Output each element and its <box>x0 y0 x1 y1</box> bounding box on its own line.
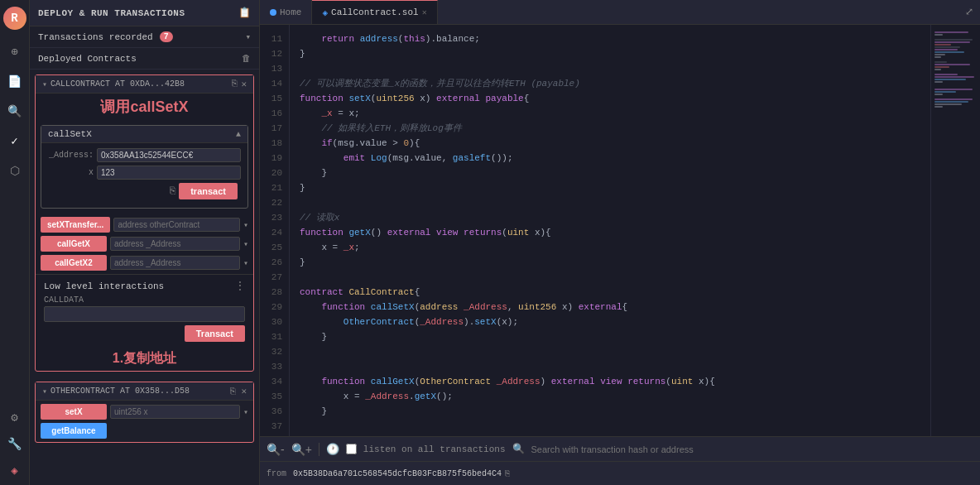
tab-expand-icon[interactable]: ⤢ <box>958 6 980 18</box>
deployed-trash-icon[interactable]: 🗑 <box>242 53 251 64</box>
calldata-input[interactable] <box>44 306 245 322</box>
setx-button[interactable]: setX <box>41 404 107 420</box>
code-line-15: function setX(uint256 x) external payabl… <box>300 91 920 106</box>
callgetx2-chevron[interactable]: ▾ <box>243 258 248 268</box>
tab-file-icon: ◈ <box>322 7 328 18</box>
tabs-bar: Home ◈ CallContract.sol ✕ ⤢ <box>260 0 980 25</box>
setx-input[interactable] <box>110 405 240 419</box>
callsetx-chevron[interactable]: ▲ <box>236 130 241 139</box>
panel-icon-doc[interactable]: 📋 <box>238 7 251 19</box>
mini-line-13 <box>934 61 947 63</box>
code-content[interactable]: return address(this).balance; } // 可以调整状… <box>290 25 930 436</box>
mini-line-21 <box>934 81 943 83</box>
low-level-section: Low level interactions ⋮ CALLDATA Transa… <box>36 274 253 347</box>
callcontract-chevron[interactable]: ▾ <box>42 79 47 89</box>
home-dot <box>270 9 276 16</box>
callcontract-copy-icon[interactable]: ⎘ <box>232 79 238 89</box>
callcontract-close-icon[interactable]: ✕ <box>241 79 247 89</box>
transactions-recorded-row[interactable]: Transactions recorded 7 ▾ <box>30 26 259 48</box>
transact-row: ⎘ transact <box>48 183 241 203</box>
tab-home-label: Home <box>280 7 301 17</box>
mini-line-10 <box>934 54 945 55</box>
othercontract-chevron[interactable]: ▾ <box>42 387 47 396</box>
transact-button[interactable]: transact <box>179 183 238 199</box>
tab-close-icon[interactable]: ✕ <box>422 7 427 17</box>
copy-icon[interactable]: ⎘ <box>170 185 175 197</box>
settransfer-chevron[interactable]: ▾ <box>243 220 248 230</box>
callcontract-block: ▾ CALLCONTRACT AT 0XDA...42B8 ⎘ ✕ 调用call… <box>35 74 254 372</box>
app-logo: R <box>3 7 26 30</box>
othercontract-name: OTHERCONTRACT AT 0X358...D58 <box>50 387 223 396</box>
code-line-27 <box>300 270 920 285</box>
bottom-bar: 🔍- 🔍+ 🕐 listen on all transactions 🔍 fro… <box>260 436 980 485</box>
code-line-25: x = _x; <box>300 240 920 255</box>
mini-line-7 <box>934 46 960 48</box>
mini-line-15 <box>934 66 949 68</box>
sidebar-icon-remix[interactable]: ◈ <box>7 462 23 478</box>
settransfer-input[interactable] <box>113 218 240 232</box>
callgetx2-button[interactable]: callGetX2 <box>41 255 107 271</box>
code-line-14: // 可以调整状态变量_x的函数，并且可以往合约转ETH (payable) <box>300 76 920 91</box>
callcontract-name: CALLCONTRACT AT 0XDA...42B8 <box>50 79 232 89</box>
sidebar-icon-verify[interactable]: ✓ <box>7 132 23 149</box>
transactions-chevron[interactable]: ▾ <box>245 31 251 42</box>
mini-line-1 <box>934 31 968 33</box>
setx-chevron[interactable]: ▾ <box>243 407 248 417</box>
sidebar-icon-git[interactable]: ⬡ <box>7 162 23 179</box>
minimap <box>930 25 980 436</box>
code-line-29: function callSetX(address _Address, uint… <box>300 300 920 315</box>
zoom-in-button[interactable]: 🔍+ <box>291 443 312 456</box>
x-input[interactable] <box>97 166 241 180</box>
callgetx-chevron[interactable]: ▾ <box>243 239 248 249</box>
transactions-badge: 7 <box>160 31 173 42</box>
mini-line-30 <box>934 103 962 105</box>
history-icon[interactable]: 🕐 <box>326 443 339 456</box>
zoom-out-button[interactable]: 🔍- <box>267 443 285 456</box>
code-line-11: return address(this).balance; <box>300 31 920 46</box>
address-input-row: _Address: <box>48 148 241 162</box>
address-input[interactable] <box>97 148 241 162</box>
sidebar-icon-deploy[interactable]: ⊕ <box>7 43 23 60</box>
callcontract-annotation: 调用callSetX <box>36 94 253 120</box>
code-line-16: _x = x; <box>300 106 920 121</box>
othercontract-close-icon[interactable]: ✕ <box>241 386 247 396</box>
callsetx-name: callSetX <box>48 129 92 139</box>
callsetx-body: _Address: x ⎘ transact <box>41 143 247 208</box>
mini-line-6 <box>934 44 951 46</box>
low-level-header: Low level interactions ⋮ <box>44 280 245 292</box>
othercontract-copy-icon[interactable]: ⎘ <box>230 387 236 396</box>
sidebar-icon-files[interactable]: 📄 <box>7 73 23 89</box>
getbalance-button[interactable]: getBalance <box>41 423 107 439</box>
code-line-35: x = _Address.getX(); <box>300 389 920 404</box>
tab-home[interactable]: Home <box>260 0 312 24</box>
search-icon: 🔍 <box>512 443 525 455</box>
sidebar-icon-info[interactable]: 🔧 <box>7 435 23 452</box>
from-copy-icon[interactable]: ⎘ <box>505 469 510 478</box>
tab-callcontract[interactable]: ◈ CallContract.sol ✕ <box>312 0 437 24</box>
mini-line-16 <box>934 69 941 70</box>
bottom-toolbar: 🔍- 🔍+ 🕐 listen on all transactions 🔍 <box>260 437 980 462</box>
mini-line-24 <box>934 89 973 90</box>
calldata-label: CALLDATA <box>44 295 245 305</box>
mini-line-4 <box>934 39 973 41</box>
mini-line-28 <box>934 98 973 100</box>
sidebar-icon-settings[interactable]: ⚙ <box>7 409 23 425</box>
mini-line-2 <box>934 34 943 36</box>
sidebar-icon-search[interactable]: 🔍 <box>7 103 23 119</box>
callgetx-button[interactable]: callGetX <box>41 236 107 252</box>
low-level-transact-button[interactable]: Transact <box>185 325 245 342</box>
callsetx-func-box: callSetX ▲ _Address: x ⎘ transact <box>41 125 248 209</box>
settransfer-button[interactable]: setXTransfer... <box>41 217 110 233</box>
callgetx2-input[interactable] <box>110 256 240 270</box>
mini-line-25 <box>934 91 956 93</box>
listen-checkbox[interactable] <box>346 444 357 454</box>
panel-header: DEPLOY & RUN TRANSACTIONS 📋 <box>30 0 259 26</box>
address-label: _Address: <box>48 151 94 160</box>
transactions-label: Transactions recorded <box>38 32 153 42</box>
code-line-36: } <box>300 404 920 419</box>
deployed-contracts-row[interactable]: Deployed Contracts 🗑 <box>30 48 259 70</box>
low-level-menu-icon[interactable]: ⋮ <box>235 280 245 292</box>
callgetx-input[interactable] <box>110 237 240 251</box>
othercontract-buttons: setX ▾ getBalance <box>36 401 253 442</box>
search-input[interactable] <box>531 444 974 454</box>
